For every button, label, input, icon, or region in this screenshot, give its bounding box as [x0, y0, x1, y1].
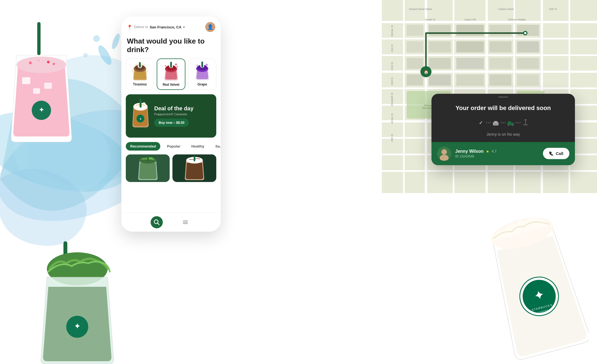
step-dots-3: [516, 122, 521, 123]
svg-point-12: [17, 57, 66, 73]
step-on-the-way: [506, 118, 516, 128]
step-delivered: [521, 118, 531, 128]
svg-text:✦: ✦: [139, 117, 142, 121]
location-selector[interactable]: 📍 Deliver to San Francisco, CA ▾: [127, 25, 185, 30]
call-button[interactable]: Call: [543, 148, 569, 159]
svg-rect-82: [517, 41, 539, 52]
search-nav-button[interactable]: [151, 216, 163, 228]
svg-rect-81: [489, 41, 511, 52]
svg-text:Castro Hill: Castro Hill: [464, 18, 476, 21]
redvelvet-label: Red Velvet: [163, 83, 180, 87]
svg-point-115: [524, 32, 526, 34]
drink-card-redvelvet[interactable]: Red Velvet: [157, 58, 185, 90]
svg-text:Jersey St: Jersey St: [391, 113, 393, 124]
deal-title: Deal of the day: [154, 105, 212, 111]
page-title: What would you like to drink?: [121, 35, 221, 58]
svg-point-15: [47, 61, 50, 63]
svg-text:Clayton Street: Clayton Street: [498, 8, 514, 10]
svg-rect-92: [517, 74, 539, 85]
svg-rect-77: [517, 25, 539, 36]
svg-rect-87: [517, 58, 539, 69]
svg-rect-49: [194, 156, 195, 161]
tab-recommended[interactable]: Recommended: [126, 142, 160, 151]
product-card-1[interactable]: [126, 154, 170, 182]
svg-rect-43: [140, 99, 142, 108]
svg-point-40: [206, 64, 208, 66]
svg-rect-75: [456, 25, 484, 36]
svg-rect-123: [508, 121, 511, 123]
svg-text:✦: ✦: [74, 322, 80, 330]
svg-point-33: [175, 63, 177, 66]
delivery-status: Jenny is on his way: [439, 132, 567, 136]
svg-point-125: [508, 125, 509, 125]
progress-steps: ✓: [439, 118, 567, 128]
svg-text:21st St: 21st St: [391, 44, 393, 52]
driver-name: Jenny Wilson: [455, 149, 484, 154]
svg-rect-47: [147, 156, 149, 161]
svg-rect-78: [407, 41, 423, 52]
svg-rect-89: [429, 74, 451, 85]
svg-point-127: [512, 125, 513, 125]
svg-text:25th St: 25th St: [391, 134, 393, 142]
tab-seasonal[interactable]: Sa...: [211, 142, 221, 151]
step-preparing: [491, 118, 501, 128]
svg-rect-128: [523, 124, 528, 125]
svg-rect-86: [489, 58, 511, 69]
svg-text:20th St: 20th St: [549, 8, 557, 10]
svg-rect-74: [429, 25, 451, 36]
svg-rect-39: [201, 61, 203, 68]
menu-nav-button[interactable]: [179, 216, 191, 228]
svg-point-3: [110, 33, 121, 50]
bottom-nav: [121, 212, 221, 232]
svg-point-16: [53, 63, 55, 65]
svg-text:Wyman St: Wyman St: [391, 25, 393, 37]
svg-text:Elizabeth St: Elizabeth St: [391, 92, 393, 106]
right-panel: Alvarado Elementary Whole Foods Market S…: [349, 0, 597, 364]
svg-rect-11: [33, 88, 40, 94]
step-order-confirmed: ✓: [476, 118, 486, 128]
svg-point-35: [165, 65, 166, 67]
deal-product: Frappuccino® Caramelo: [154, 113, 212, 116]
drink-categories: Tiramisú: [121, 58, 221, 94]
phone-app: 📍 Deliver to San Francisco, CA ▾ 👤 What …: [121, 17, 221, 232]
driver-info: Jenny Wilson ★ 4.7 ID 13243546: [455, 149, 539, 158]
grape-image: [193, 61, 212, 81]
tab-popular[interactable]: Popular: [162, 142, 185, 151]
location-pin-icon: 📍: [127, 25, 132, 30]
svg-rect-84: [429, 58, 451, 69]
deal-buy-button[interactable]: Buy now – $8.00: [154, 119, 189, 127]
delivery-title: Your order will be delivered soon: [439, 104, 567, 112]
product-grid: [121, 154, 221, 182]
svg-point-6: [93, 35, 100, 42]
grape-label: Grape: [198, 82, 207, 86]
svg-rect-90: [456, 74, 484, 85]
svg-point-14: [38, 60, 40, 62]
user-avatar[interactable]: 👤: [205, 22, 215, 32]
drink-card-grape[interactable]: Grape: [188, 58, 216, 90]
svg-text:Seward Street Slides: Seward Street Slides: [409, 8, 432, 10]
svg-rect-10: [44, 83, 52, 89]
svg-rect-91: [489, 74, 511, 85]
svg-text:✦: ✦: [39, 106, 44, 113]
drink-card-tiramisu[interactable]: Tiramisú: [126, 58, 154, 90]
deal-drink-image: ✦: [130, 99, 151, 133]
svg-point-34: [177, 66, 178, 68]
svg-rect-32: [170, 62, 172, 68]
drag-handle: [431, 94, 575, 98]
svg-rect-117: [494, 121, 497, 122]
svg-text:23rd St: 23rd St: [391, 77, 393, 85]
svg-point-13: [29, 61, 32, 64]
product-card-2[interactable]: [172, 154, 216, 182]
svg-point-130: [441, 149, 447, 155]
app-header: 📍 Deliver to San Francisco, CA ▾ 👤: [121, 17, 221, 35]
tab-healthy[interactable]: Healthy: [187, 142, 209, 151]
driver-rating: 4.7: [492, 149, 497, 153]
svg-rect-79: [429, 41, 451, 52]
driver-id: ID 13243546: [455, 154, 539, 158]
chevron-down-icon: ▾: [183, 25, 185, 29]
redvelvet-image: [161, 62, 181, 81]
svg-rect-88: [407, 74, 423, 85]
driver-section: Jenny Wilson ★ 4.7 ID 13243546 Call: [431, 142, 575, 165]
svg-rect-85: [456, 58, 484, 69]
svg-line-51: [158, 223, 159, 225]
